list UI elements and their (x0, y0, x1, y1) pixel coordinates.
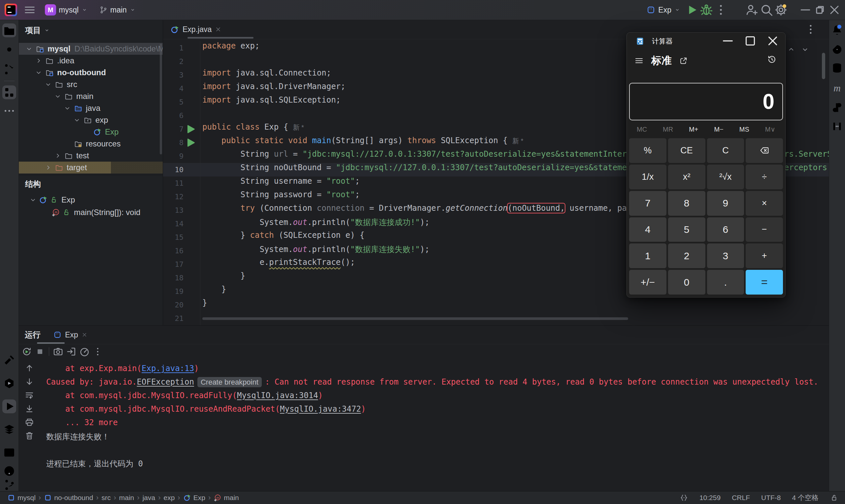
calc-key-C[interactable]: C (707, 138, 744, 163)
structure-item-class[interactable]: Exp (18, 194, 163, 206)
breadcrumb-Exp[interactable]: Exp (183, 494, 205, 502)
branch-widget[interactable]: main (96, 4, 139, 16)
calc-key-.[interactable]: . (707, 270, 744, 294)
run-configuration-widget[interactable]: Exp (644, 4, 683, 16)
calc-key-2[interactable]: 2 (668, 244, 705, 268)
scroll-end-icon[interactable] (24, 404, 34, 414)
code-line-20[interactable]: 20} (163, 298, 829, 312)
tree-item-Exp[interactable]: Exp (18, 126, 163, 138)
chevron-down-icon[interactable] (43, 27, 50, 34)
stack-trace-link[interactable]: MysqlIO.java:3472 (280, 404, 361, 414)
stripe-item-maven[interactable]: m (830, 81, 844, 95)
stack-trace-link[interactable]: Exp.java:13 (142, 364, 194, 373)
calc-key-=[interactable]: = (746, 270, 783, 294)
editor-vertical-scrollbar[interactable] (822, 53, 825, 79)
chevron-right-icon[interactable] (54, 152, 62, 160)
calc-minimize-button[interactable] (720, 33, 736, 49)
debug-button[interactable] (699, 3, 714, 17)
arrow-up-icon[interactable] (24, 363, 34, 373)
console-output[interactable]: at exp.Exp.main(Exp.java:13)Caused by: j… (18, 361, 829, 492)
stripe-item-terminal[interactable] (2, 446, 16, 460)
calc-key-6[interactable]: 6 (707, 217, 744, 242)
calc-key-×[interactable]: × (746, 191, 783, 216)
calculator-title-bar[interactable]: 计算器 (627, 33, 785, 50)
calc-key-+/−[interactable]: +/− (629, 270, 666, 294)
calc-key-+[interactable]: + (746, 244, 783, 268)
keep-on-top-icon[interactable] (679, 56, 688, 65)
chevron-down-icon[interactable] (44, 80, 52, 88)
tree-item-exp[interactable]: exp (18, 114, 163, 126)
soft-wrap-icon[interactable] (24, 390, 34, 400)
code-with-me-icon[interactable] (745, 3, 759, 17)
calc-key-7[interactable]: 7 (629, 191, 666, 216)
calc-key-CE[interactable]: CE (668, 138, 705, 163)
line-ending[interactable]: CRLF (732, 494, 750, 502)
chevron-down-icon[interactable] (29, 196, 37, 204)
tree-item-test[interactable]: test (18, 150, 163, 162)
chevron-down-icon[interactable] (73, 116, 81, 124)
memory-MS[interactable]: MS (739, 126, 749, 133)
calc-menu-icon[interactable] (634, 56, 644, 66)
stripe-item-notifications[interactable] (830, 23, 844, 37)
tree-item-main[interactable]: main (18, 90, 163, 102)
calc-key-x²[interactable]: x² (668, 165, 705, 189)
main-menu-icon[interactable] (23, 3, 36, 17)
calc-key-÷[interactable]: ÷ (746, 165, 783, 189)
stripe-item-python-packages[interactable] (830, 101, 844, 114)
memory-M−[interactable]: M− (714, 126, 723, 133)
stack-trace-link[interactable]: EOFException (137, 377, 194, 386)
tab-scroll-indicator[interactable] (188, 37, 253, 39)
stripe-item-version-control[interactable] (2, 62, 16, 76)
next-problem-icon[interactable] (801, 45, 809, 54)
stripe-item-layers[interactable] (2, 422, 16, 436)
kebab-button[interactable] (92, 346, 103, 357)
breadcrumb-main[interactable]: main (119, 494, 134, 502)
stack-trace-link[interactable]: MysqlIO.java:3014 (237, 391, 318, 400)
run-line-icon[interactable] (183, 136, 197, 149)
memory-M+[interactable]: M+ (689, 126, 698, 133)
create-breakpoint-chip[interactable]: Create breakpoint (197, 377, 262, 387)
close-tab-icon[interactable] (82, 332, 87, 338)
chevron-down-icon[interactable] (35, 69, 42, 76)
stripe-item-problems[interactable] (2, 464, 16, 478)
file-encoding[interactable]: UTF-8 (761, 494, 781, 502)
window-minimize-button[interactable] (798, 3, 813, 17)
history-icon[interactable] (767, 54, 777, 64)
window-restore-button[interactable] (813, 3, 827, 17)
stripe-item-database[interactable] (830, 61, 844, 75)
stripe-item-project-folder[interactable] (2, 23, 16, 37)
close-tab-icon[interactable] (215, 26, 222, 33)
calc-key-−[interactable]: − (746, 217, 783, 242)
calc-key-0[interactable]: 0 (668, 270, 705, 294)
stripe-item-more-tool-windows[interactable] (2, 104, 16, 118)
settings-icon[interactable] (774, 3, 788, 17)
import-button[interactable] (66, 346, 77, 357)
calc-key-9[interactable]: 9 (707, 191, 744, 216)
stripe-item-ai-assistant[interactable] (830, 42, 844, 56)
tab-options-icon[interactable] (804, 23, 817, 36)
calc-mode-label[interactable]: 标准 (651, 54, 672, 68)
prev-problem-icon[interactable] (787, 45, 795, 54)
run-line-icon[interactable] (183, 122, 197, 136)
calc-key-8[interactable]: 8 (668, 191, 705, 216)
stop-button[interactable] (34, 346, 46, 357)
breadcrumb-main[interactable]: mmain (214, 494, 239, 502)
stripe-item-commit[interactable] (2, 42, 16, 56)
breadcrumb-mysql[interactable]: mysql (7, 494, 36, 502)
tree-scrollbar[interactable] (160, 43, 162, 155)
run-button[interactable] (685, 3, 699, 17)
gauge-button[interactable] (79, 346, 90, 357)
camera-button[interactable] (52, 346, 64, 357)
tree-item-.idea[interactable]: .idea (18, 55, 163, 67)
tree-item-src[interactable]: src (18, 78, 163, 90)
calc-maximize-button[interactable] (742, 33, 758, 49)
code-style-icon[interactable] (680, 493, 688, 502)
breadcrumb-exp[interactable]: exp (164, 494, 175, 502)
tree-item-target[interactable]: target (18, 162, 163, 174)
stripe-item-run[interactable] (2, 399, 16, 413)
calc-key-4[interactable]: 4 (629, 217, 666, 242)
calc-key-%[interactable]: % (629, 138, 666, 163)
calc-close-button[interactable] (765, 33, 781, 49)
chevron-down-icon[interactable] (54, 92, 62, 100)
chevron-down-icon[interactable] (64, 104, 71, 112)
